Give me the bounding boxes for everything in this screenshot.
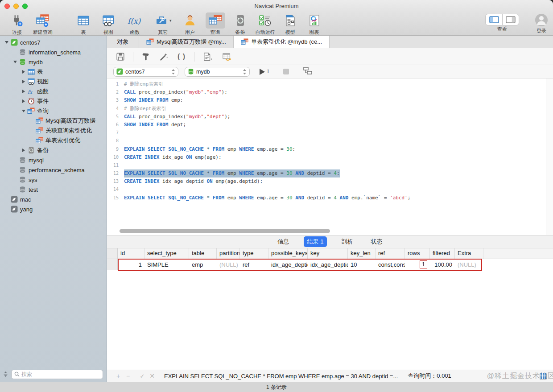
result-grid-row[interactable]: 1SIMPLEemp(NULL)refidx_age_deptididx_age…	[107, 259, 553, 270]
stop-button[interactable]	[283, 69, 289, 74]
tree-item[interactable]: 查询	[0, 106, 107, 116]
delete-record-button[interactable]: −	[123, 372, 133, 380]
tree-item[interactable]: performance_schema	[0, 165, 107, 175]
connection-select[interactable]: centos7	[113, 67, 178, 77]
tree-item[interactable]: centos7	[0, 37, 107, 47]
selected-code-text: EXPLAIN SELECT SQL_NO_CACHE * FROM emp W…	[124, 169, 340, 177]
cell-ref[interactable]: const,const	[376, 261, 405, 268]
disclosure-right-icon[interactable]	[20, 80, 27, 83]
user-button[interactable]: 用户	[181, 12, 199, 36]
function-button[interactable]: f(x)函数	[124, 12, 145, 36]
cell-rows[interactable]: 1	[405, 260, 430, 268]
add-record-button[interactable]: +	[113, 372, 123, 380]
tree-item[interactable]: 视图	[0, 77, 107, 87]
column-header-select_type[interactable]: select_type	[144, 248, 189, 259]
tree-item[interactable]: sys	[0, 175, 107, 185]
other-button[interactable]: ▾其它	[152, 12, 174, 36]
login-group[interactable]: 登录	[534, 13, 549, 34]
discard-changes-button[interactable]: ✕	[147, 372, 157, 380]
cell-key[interactable]: idx_age_deptid	[308, 261, 348, 268]
cell-partitions[interactable]: (NULL)	[217, 261, 240, 268]
column-header-rows[interactable]: rows	[405, 248, 430, 259]
disclosure-right-icon[interactable]	[20, 70, 27, 74]
cell-id[interactable]: 1	[118, 261, 144, 268]
result-tab[interactable]: 信息	[274, 236, 293, 247]
tree-item[interactable]: 事件	[0, 96, 107, 106]
record-count: 1 条记录	[266, 384, 287, 391]
disclosure-down-icon[interactable]	[3, 41, 10, 44]
column-header-Extra[interactable]: Extra	[455, 248, 483, 259]
tree-item[interactable]: fx函数	[0, 87, 107, 96]
tree-item[interactable]: mac	[0, 194, 107, 204]
apply-changes-button[interactable]: ✓	[137, 373, 147, 380]
cell-Extra[interactable]: (NULL)	[455, 261, 483, 268]
beautify-sql-button[interactable]	[140, 51, 151, 62]
view-icon	[99, 12, 118, 29]
tree-item[interactable]: test	[0, 185, 107, 194]
column-header-table[interactable]: table	[189, 248, 217, 259]
cell-type[interactable]: ref	[240, 261, 268, 268]
result-tab[interactable]: 剖析	[338, 236, 356, 247]
text-preview-button[interactable]	[202, 51, 214, 62]
disclosure-right-icon[interactable]	[20, 99, 27, 103]
export-result-button[interactable]	[221, 51, 233, 62]
column-header-id[interactable]: id	[118, 248, 144, 259]
table-button[interactable]: 表	[74, 12, 93, 36]
column-header-partitions[interactable]: partitions	[217, 248, 240, 259]
code-line: 2CALL proc_drop_index("mydb","emp");	[107, 88, 546, 96]
new-query-button[interactable]: 新建查询	[33, 12, 53, 36]
tree-item[interactable]: mysql	[0, 155, 107, 165]
tree-item[interactable]: yang	[0, 204, 107, 214]
disclosure-right-icon[interactable]	[20, 149, 27, 152]
column-header-key_len[interactable]: key_len	[348, 248, 376, 259]
cell-possible_keys[interactable]: idx_age_deptid	[268, 261, 308, 268]
tab-query-tab-1[interactable]: Mysql高级百万数据 @my...	[139, 36, 234, 48]
editor-horizontal-scrollbar[interactable]	[120, 229, 330, 233]
column-header-filtered[interactable]: filtered	[430, 248, 455, 259]
connections-toggle-icon[interactable]	[3, 371, 8, 378]
search-box[interactable]	[11, 370, 103, 379]
code-completion-button[interactable]: ( )	[176, 51, 187, 62]
column-header-possible_keys[interactable]: possible_keys	[268, 248, 308, 259]
column-header-type[interactable]: type	[240, 248, 268, 259]
result-tab[interactable]: 状态	[367, 236, 386, 247]
tree-item[interactable]: Mysql高级百万数据	[0, 116, 107, 126]
toggle-right-sidebar-button[interactable]	[502, 14, 519, 25]
main-toolbar-items: 连接新建查询表视图f(x)函数▾其它用户查询备份自动运行模型图表	[4, 12, 326, 36]
tree-item[interactable]: information_schema	[0, 47, 107, 57]
column-header-key[interactable]: key	[308, 248, 348, 259]
sql-editor[interactable]: 1# 删除emp表索引2CALL proc_drop_index("mydb",…	[107, 78, 553, 235]
save-button[interactable]	[115, 51, 126, 62]
database-select[interactable]: mydb	[185, 67, 250, 77]
disclosure-right-icon[interactable]	[20, 90, 27, 93]
tab-query-tab-2[interactable]: 单表索引优化 @mydb (ce...	[234, 36, 330, 48]
search-input[interactable]	[21, 371, 100, 377]
cell-select_type[interactable]: SIMPLE	[144, 261, 189, 268]
model-button[interactable]: 模型	[281, 12, 299, 36]
query-button[interactable]: 查询	[206, 12, 225, 36]
code-text: CALL proc_drop_index("mydb","dept");	[124, 113, 230, 121]
column-header-ref[interactable]: ref	[376, 248, 405, 259]
tree-item[interactable]: 单表索引优化	[0, 136, 107, 145]
view-segmented-control	[485, 14, 519, 25]
result-tab[interactable]: 结果 1	[304, 236, 327, 247]
magic-wand-button[interactable]	[158, 51, 169, 62]
explain-button[interactable]	[303, 67, 312, 77]
charts-button[interactable]: 图表	[305, 12, 323, 36]
run-selected-button[interactable]: I	[260, 69, 269, 75]
tree-item[interactable]: mydb	[0, 57, 107, 67]
disclosure-down-icon[interactable]	[11, 61, 19, 63]
toggle-left-sidebar-button[interactable]	[486, 14, 502, 25]
cell-key_len[interactable]: 10	[348, 261, 376, 268]
backup-button[interactable]: 备份	[231, 12, 249, 36]
autorun-button[interactable]: 自动运行	[256, 12, 275, 36]
cell-table[interactable]: emp	[189, 261, 217, 268]
view-button[interactable]: 视图	[99, 12, 118, 36]
tree-item[interactable]: 关联查询索引优化	[0, 126, 107, 136]
cell-filtered[interactable]: 100.00	[430, 261, 455, 268]
tree-item[interactable]: 备份	[0, 145, 107, 155]
connect-button[interactable]: 连接	[8, 12, 26, 36]
tab-objects[interactable]: 对象	[107, 36, 139, 48]
disclosure-down-icon[interactable]	[20, 110, 27, 112]
tree-item[interactable]: 表	[0, 67, 107, 77]
